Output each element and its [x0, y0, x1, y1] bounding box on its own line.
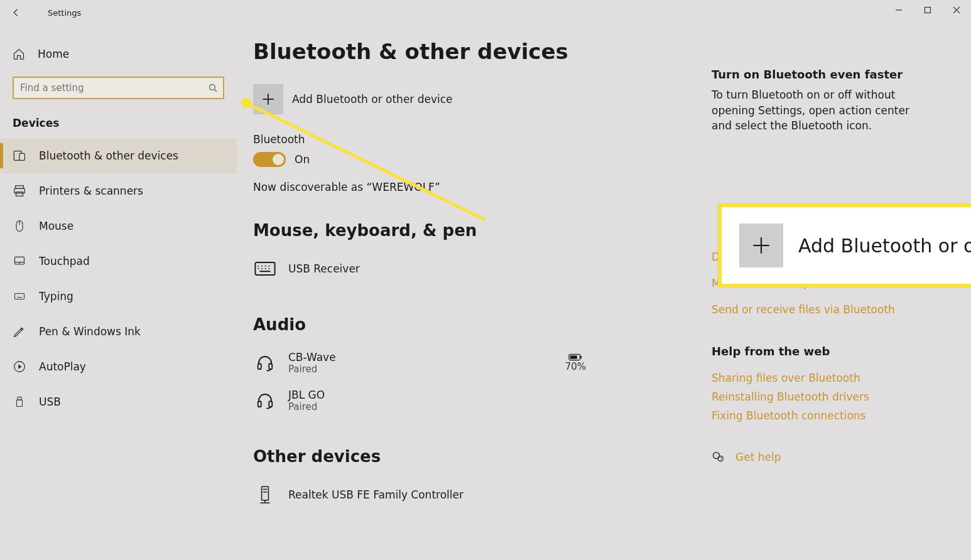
sidebar-item-label: AutoPlay	[39, 360, 86, 373]
sidebar-item-mouse[interactable]: Mouse	[0, 208, 237, 244]
sidebar-item-label: Pen & Windows Ink	[39, 325, 141, 338]
svg-rect-25	[17, 400, 23, 407]
printer-icon	[13, 184, 26, 198]
autoplay-icon	[13, 360, 26, 374]
sidebar-item-pen[interactable]: Pen & Windows Ink	[0, 314, 237, 349]
help-link-sharing[interactable]: Sharing files over Bluetooth	[712, 372, 931, 384]
annotation-callout: Add Bluetooth or other device	[718, 203, 971, 288]
page-title: Bluetooth & other devices	[253, 39, 712, 64]
device-name: JBL GO	[288, 389, 325, 401]
minimize-button[interactable]	[884, 0, 913, 20]
add-device-label: Add Bluetooth or other device	[292, 93, 453, 105]
sidebar-item-bluetooth[interactable]: Bluetooth & other devices	[0, 138, 237, 173]
close-button[interactable]	[942, 0, 971, 20]
device-usb-receiver[interactable]: USB Receiver	[253, 250, 712, 288]
link-send-receive-files[interactable]: Send or receive files via Bluetooth	[712, 303, 931, 316]
device-name: USB Receiver	[288, 262, 360, 275]
device-status: Paired	[288, 401, 325, 412]
devices-icon	[13, 149, 26, 163]
svg-rect-46	[262, 487, 269, 500]
battery-indicator: 70%	[565, 353, 586, 372]
sidebar-item-label: Bluetooth & other devices	[39, 149, 178, 162]
keyboard-icon	[13, 289, 26, 303]
svg-text:?: ?	[720, 456, 722, 461]
maximize-button[interactable]	[913, 0, 942, 20]
get-help-link[interactable]: Get help	[735, 451, 781, 463]
keyboard-icon	[253, 261, 277, 276]
mouse-icon	[13, 219, 26, 233]
search-input[interactable]	[13, 77, 224, 99]
svg-rect-8	[16, 186, 24, 189]
home-label: Home	[38, 48, 69, 60]
sidebar-item-typing[interactable]: Typing	[0, 279, 237, 314]
sidebar-item-autoplay[interactable]: AutoPlay	[0, 349, 237, 384]
home-icon	[13, 48, 25, 60]
help-link-reinstall-drivers[interactable]: Reinstalling Bluetooth drivers	[712, 390, 931, 403]
bluetooth-toggle[interactable]	[253, 152, 286, 167]
svg-rect-7	[19, 153, 24, 160]
device-realtek[interactable]: Realtek USB FE Family Controller	[253, 476, 712, 514]
pen-icon	[13, 325, 26, 338]
usb-icon	[13, 395, 26, 409]
svg-rect-24	[18, 397, 21, 401]
bluetooth-state: On	[295, 153, 310, 166]
tip-body: To turn Bluetooth on or off without open…	[712, 87, 931, 134]
sidebar-item-label: Mouse	[39, 220, 73, 232]
plus-icon	[739, 223, 783, 267]
help-link-fixing-connections[interactable]: Fixing Bluetooth connections	[712, 409, 931, 422]
help-title: Help from the web	[712, 345, 931, 358]
get-help-icon: ?	[712, 451, 724, 463]
minimize-icon	[895, 6, 903, 14]
headset-icon	[253, 353, 277, 372]
device-name: Realtek USB FE Family Controller	[288, 488, 464, 501]
sidebar-item-label: Printers & scanners	[39, 185, 143, 197]
device-name: CB-Wave	[288, 351, 336, 363]
svg-rect-16	[15, 294, 24, 299]
svg-point-54	[241, 98, 251, 108]
svg-rect-42	[570, 355, 577, 359]
add-device-button[interactable]: Add Bluetooth or other device	[253, 84, 712, 114]
svg-rect-10	[16, 192, 23, 196]
svg-rect-40	[269, 363, 272, 369]
sidebar-item-label: Typing	[39, 290, 73, 303]
svg-rect-45	[269, 401, 272, 407]
sidebar-item-label: USB	[39, 396, 61, 408]
window-title: Settings	[48, 8, 81, 18]
home-nav[interactable]: Home	[0, 38, 237, 70]
back-button[interactable]	[0, 0, 33, 25]
sidebar-section-title: Devices	[0, 110, 237, 138]
generic-device-icon	[253, 485, 277, 505]
discoverable-text: Now discoverable as “WEREWOLF”	[253, 181, 712, 193]
svg-point-51	[713, 452, 720, 458]
arrow-left-icon	[11, 7, 22, 18]
svg-marker-23	[18, 364, 22, 369]
group-mouse-title: Mouse, keyboard, & pen	[253, 221, 712, 240]
device-cb-wave[interactable]: CB-Wave Paired 70%	[253, 344, 712, 382]
battery-icon	[568, 353, 582, 361]
headset-icon	[253, 391, 277, 410]
touchpad-icon	[13, 254, 26, 268]
tip-title: Turn on Bluetooth even faster	[712, 68, 931, 81]
plus-icon	[253, 84, 283, 114]
device-status: Paired	[288, 363, 336, 375]
annotation-text: Add Bluetooth or other device	[798, 235, 971, 257]
svg-rect-43	[581, 356, 582, 359]
bluetooth-label: Bluetooth	[253, 133, 712, 146]
group-other-title: Other devices	[253, 447, 712, 466]
device-jbl-go[interactable]: JBL GO Paired	[253, 382, 712, 419]
battery-percent: 70%	[565, 361, 586, 372]
svg-rect-1	[925, 8, 931, 13]
sidebar-item-usb[interactable]: USB	[0, 384, 237, 419]
sidebar-item-touchpad[interactable]: Touchpad	[0, 244, 237, 279]
maximize-icon	[924, 6, 931, 14]
close-icon	[953, 6, 960, 14]
sidebar-item-printers[interactable]: Printers & scanners	[0, 173, 237, 208]
svg-rect-44	[258, 401, 261, 407]
svg-rect-39	[258, 363, 261, 369]
group-audio-title: Audio	[253, 315, 712, 334]
sidebar-item-label: Touchpad	[39, 255, 90, 267]
